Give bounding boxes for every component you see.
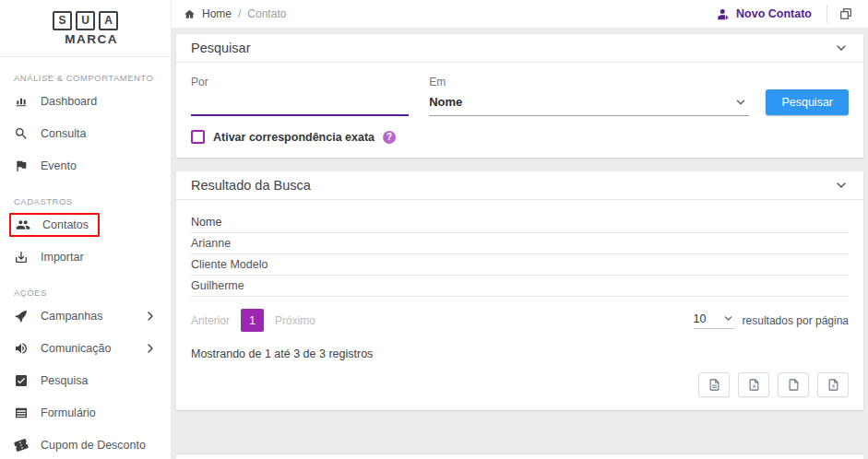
exact-match-checkbox[interactable] xyxy=(191,130,205,144)
breadcrumb: Home / Contato xyxy=(184,7,286,20)
pagination-previous-button[interactable]: Anterior xyxy=(191,314,230,327)
header-actions: Novo Contato xyxy=(706,3,861,25)
chevron-down-icon xyxy=(734,96,747,109)
brand-letter: S xyxy=(53,11,72,30)
brand-letter: A xyxy=(99,11,118,30)
ticket-icon xyxy=(14,438,29,453)
search-field-value: Nome xyxy=(429,95,462,109)
export-pdf-button[interactable]: A xyxy=(738,372,769,397)
sidebar-item-pesquisa[interactable]: Pesquisa xyxy=(0,364,171,396)
svg-text:A: A xyxy=(752,383,755,389)
search-term-label: Por xyxy=(191,76,409,88)
chevron-down-icon xyxy=(834,178,849,193)
home-icon[interactable] xyxy=(184,8,196,20)
search-panel-title: Pesquisar xyxy=(191,41,250,55)
search-button[interactable]: Pesquisar xyxy=(766,89,849,115)
sidebar-item-label: Importar xyxy=(41,251,84,264)
new-contact-label: Novo Contato xyxy=(736,7,812,20)
dashboard-icon xyxy=(14,94,29,109)
table-row[interactable]: Guilherme xyxy=(191,276,849,297)
table-row[interactable]: Cliente Modelo xyxy=(191,254,849,276)
svg-text:X: X xyxy=(831,383,835,389)
pagination-page-button[interactable]: 1 xyxy=(241,309,264,332)
collapse-results-panel-button[interactable] xyxy=(834,178,849,193)
export-excel-button[interactable]: X xyxy=(817,372,849,397)
sidebar-item-importar[interactable]: Importar xyxy=(0,241,171,273)
brand-logo[interactable]: S U A MARCA xyxy=(0,0,171,57)
chevron-down-icon xyxy=(834,41,849,55)
results-panel-title: Resultado da Busca xyxy=(191,178,311,193)
search-field-label: Em xyxy=(429,76,749,88)
sidebar-item-campanhas[interactable]: Campanhas xyxy=(0,300,171,332)
sidebar-section-label: AÇÕES xyxy=(0,288,171,298)
sidebar-nav: ANÁLISE & COMPORTAMENTODashboardConsulta… xyxy=(0,57,171,459)
file-blank-icon xyxy=(787,378,801,392)
header-divider xyxy=(826,5,827,23)
search-panel-body: Por Em Nome Pesquisar Ativar correspon xyxy=(176,63,863,158)
popout-button[interactable] xyxy=(831,3,861,25)
sidebar-item-label: Pesquisa xyxy=(41,374,88,387)
help-icon[interactable]: ? xyxy=(383,131,396,144)
search-term-input[interactable] xyxy=(191,88,409,116)
per-page-value: 10 xyxy=(694,312,707,325)
file-pdf-icon: A xyxy=(747,378,761,392)
sidebar-item-contatos[interactable]: Contatos xyxy=(0,208,171,241)
search-panel: Pesquisar Por Em Nome xyxy=(176,34,863,158)
table-row[interactable]: Arianne xyxy=(191,233,849,254)
rocket-icon xyxy=(14,309,29,324)
per-page-label: resultados por página xyxy=(743,314,849,327)
results-panel-header: Resultado da Busca xyxy=(176,171,863,200)
results-rows: ArianneCliente ModeloGuilherme xyxy=(191,233,849,297)
search-icon xyxy=(14,126,29,141)
breadcrumb-separator: / xyxy=(238,7,241,20)
survey-icon xyxy=(14,373,29,388)
per-page-select[interactable]: 10 xyxy=(694,312,734,329)
sidebar-item-label: Dashboard xyxy=(41,95,97,108)
brand-name: MARCA xyxy=(65,32,118,46)
breadcrumb-home[interactable]: Home xyxy=(202,7,232,20)
sidebar-item-label: Campanhas xyxy=(41,310,102,323)
exact-match-label: Ativar correspondência exata xyxy=(213,131,375,144)
import-icon xyxy=(14,250,29,265)
export-buttons: AX xyxy=(191,372,849,397)
results-panel: Resultado da Busca Nome ArianneCliente M… xyxy=(176,171,863,410)
sidebar-item-evento[interactable]: Evento xyxy=(0,149,171,182)
brand-letter-boxes: S U A xyxy=(53,11,118,30)
brand-letter: U xyxy=(76,11,95,30)
breadcrumb-current: Contato xyxy=(247,7,286,20)
sidebar-item-label: Comunicação xyxy=(41,342,111,355)
chevron-right-icon xyxy=(143,309,158,324)
top-bar: Home / Contato Novo Contato xyxy=(171,0,868,29)
column-header-nome[interactable]: Nome xyxy=(191,212,849,233)
new-contact-button[interactable]: Novo Contato xyxy=(706,7,823,21)
form-icon xyxy=(14,406,29,420)
sidebar-section-label: ANÁLISE & COMPORTAMENTO xyxy=(0,73,171,83)
file-excel-icon: X xyxy=(826,378,840,392)
search-field-select[interactable]: Nome xyxy=(429,88,749,116)
app-window: S U A MARCA ANÁLISE & COMPORTAMENTODashb… xyxy=(0,0,868,459)
chevron-down-icon xyxy=(722,312,734,324)
sidebar-item-comunicacao[interactable]: Comunicação xyxy=(0,332,171,364)
sidebar-item-cupom-de-desconto[interactable]: Cupom de Desconto xyxy=(0,429,171,459)
pagination: Anterior 1 Próximo 10 resultados por pág… xyxy=(191,309,849,332)
megaphone-icon xyxy=(14,341,29,356)
file-doc-icon xyxy=(707,378,721,392)
main-content: Pesquisar Por Em Nome xyxy=(171,29,868,459)
sidebar-item-label: Cupom de Desconto xyxy=(41,439,146,452)
export-file-button[interactable] xyxy=(778,372,809,397)
pagination-next-button[interactable]: Próximo xyxy=(275,314,315,327)
flag-icon xyxy=(14,159,29,173)
sidebar-item-label: Formulário xyxy=(41,406,96,419)
chevron-right-icon xyxy=(143,341,158,356)
sidebar-item-consulta[interactable]: Consulta xyxy=(0,117,171,149)
sidebar: S U A MARCA ANÁLISE & COMPORTAMENTODashb… xyxy=(0,0,171,459)
sidebar-item-dashboard[interactable]: Dashboard xyxy=(0,85,171,117)
sidebar-item-formulario[interactable]: Formulário xyxy=(0,396,171,429)
person-add-icon xyxy=(717,7,731,21)
export-doc-button[interactable] xyxy=(698,372,730,397)
collapse-search-panel-button[interactable] xyxy=(834,41,849,55)
sidebar-item-label: Consulta xyxy=(41,127,86,140)
contacts-icon xyxy=(16,218,30,232)
results-summary: Mostrando de 1 até 3 de 3 registros xyxy=(191,347,849,360)
sidebar-section-label: CADASTROS xyxy=(0,196,171,206)
